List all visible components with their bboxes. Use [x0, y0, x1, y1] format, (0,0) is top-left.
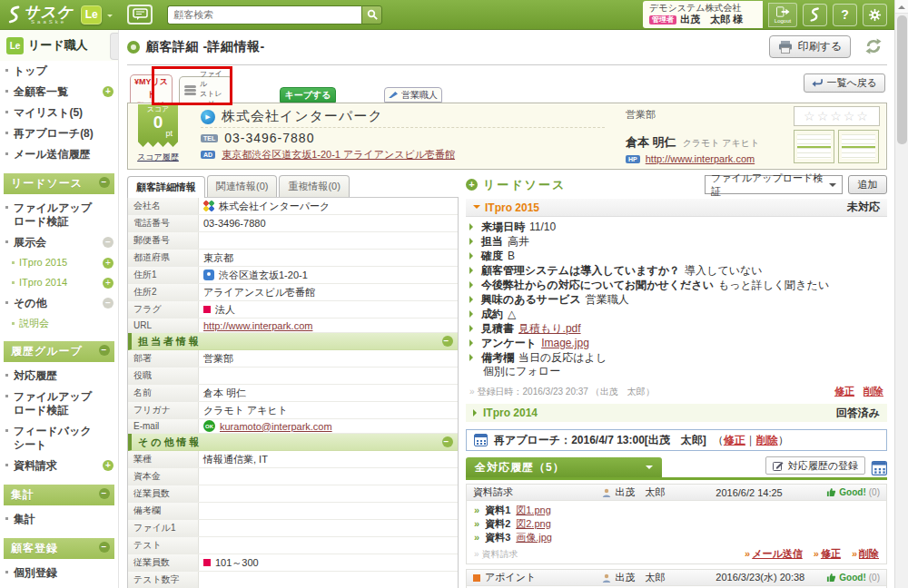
- tab-sales-shokunin[interactable]: 営業職人: [384, 87, 442, 103]
- table-row: ファイル1: [128, 520, 458, 537]
- minus-icon[interactable]: [103, 237, 114, 248]
- refresh-icon[interactable]: [865, 38, 882, 57]
- section-contact-person-info[interactable]: 担当者情報: [128, 333, 458, 350]
- plus-icon[interactable]: [103, 460, 114, 471]
- sidebar-item-reapproach[interactable]: 再アプローチ(8): [0, 123, 118, 144]
- good-button[interactable]: Good! (0): [826, 573, 880, 583]
- material-file-link[interactable]: 図1.png: [516, 504, 551, 517]
- bullet-triangle-icon: [469, 252, 477, 260]
- page-title-icon: [127, 41, 140, 54]
- sidebar-item-all-customers[interactable]: 全顧客一覧: [0, 82, 118, 103]
- search-button[interactable]: [361, 5, 382, 24]
- sidebar-section-customer-registration[interactable]: 顧客登録: [4, 538, 114, 559]
- leadsource-select[interactable]: ファイルアップロード検証: [705, 175, 843, 194]
- sasuke-logo[interactable]: サスケSaaSke: [7, 5, 74, 24]
- tab-mylist-registered[interactable]: ¥MYリスト登 録 済: [130, 74, 173, 103]
- add-leadsource-button[interactable]: 追加: [848, 175, 887, 194]
- material-file-link[interactable]: 画像.jpg: [516, 531, 552, 544]
- sidebar-item-itpro2015[interactable]: ITpro 2015: [0, 253, 118, 273]
- table-row: 従業員数101～300: [128, 554, 458, 572]
- quotation-file-link[interactable]: 見積もり.pdf: [518, 321, 581, 336]
- sidebar-item-response-history[interactable]: 対応履歴: [0, 366, 118, 387]
- reapproach-delete-link[interactable]: 削除: [756, 434, 778, 446]
- sidebar-section-history-group[interactable]: 履歴グループ: [4, 341, 114, 362]
- tab-related-info[interactable]: 関連情報(0): [207, 175, 277, 197]
- history-delete-link[interactable]: 削除: [852, 547, 879, 561]
- minus-icon[interactable]: [99, 542, 110, 553]
- company-website-link[interactable]: http://www.interpark.com: [646, 153, 755, 164]
- leadsource-delete-link[interactable]: 削除: [864, 385, 883, 398]
- sidebar-item-bulk-registration[interactable]: 一括登録: [0, 583, 118, 588]
- history-edit-link[interactable]: 修正: [814, 547, 841, 561]
- sidebar-section-aggregation[interactable]: 集計: [4, 485, 114, 505]
- tab-file-storage[interactable]: ファイルストレージ: [179, 76, 232, 103]
- reapproach-edit-link[interactable]: 修正: [724, 434, 745, 446]
- sidebar-item-others[interactable]: その他: [0, 293, 118, 314]
- email-link[interactable]: kuramoto@interpark.com: [220, 421, 332, 432]
- tab-duplicate-info[interactable]: 重複情報(0): [279, 175, 349, 197]
- search-input[interactable]: [167, 5, 361, 24]
- sidebar-item-feedback-sheet[interactable]: フィードバックシート: [0, 421, 118, 456]
- section-other-info[interactable]: その他情報: [128, 434, 458, 451]
- minus-icon[interactable]: [103, 298, 114, 309]
- sidebar-item-aggregation[interactable]: 集計: [0, 509, 118, 530]
- sidebar-section-leadsource[interactable]: リードソース: [4, 173, 114, 194]
- good-button[interactable]: Good! (0): [826, 487, 880, 497]
- back-to-list-button[interactable]: 一覧へ戻る: [804, 74, 885, 93]
- all-history-tab[interactable]: 全対応履歴（5）: [466, 457, 662, 477]
- minus-icon[interactable]: [99, 177, 110, 188]
- business-card-front-thumbnail[interactable]: [794, 130, 834, 163]
- url-link[interactable]: http://www.interpark.com: [203, 320, 312, 331]
- settings-button[interactable]: [863, 4, 887, 26]
- tab-keep-button[interactable]: キープする: [280, 87, 336, 103]
- sidebar-collapse-handle[interactable]: [110, 33, 118, 60]
- minus-icon[interactable]: [99, 488, 110, 499]
- send-mail-link[interactable]: メール送信: [745, 547, 803, 561]
- expand-triangle-icon: [473, 409, 480, 416]
- sasuke-home-button[interactable]: [803, 4, 827, 26]
- scrollbar-up-arrow[interactable]: [895, 0, 908, 14]
- logout-button[interactable]: Logout: [768, 3, 797, 27]
- minus-icon[interactable]: [442, 436, 453, 447]
- sidebar-item-file-upload[interactable]: ファイルアップロード検証: [0, 198, 118, 232]
- sidebar-item-individual-registration[interactable]: 個別登録: [0, 563, 118, 583]
- sidebar-item-exhibition[interactable]: 展示会: [0, 232, 118, 253]
- sidebar-item-itpro2014[interactable]: ITpro 2014: [0, 273, 118, 293]
- sidebar-item-top[interactable]: トップ: [0, 61, 118, 82]
- plus-icon[interactable]: [103, 86, 114, 97]
- le-product-badge[interactable]: Le: [81, 5, 102, 24]
- register-history-button[interactable]: 対応履歴の登録: [765, 456, 865, 475]
- map-pin-icon[interactable]: [203, 270, 214, 280]
- help-button[interactable]: ?: [833, 4, 857, 26]
- survey-file-link[interactable]: Image.jpg: [541, 336, 589, 350]
- score-ribbon: スコア 0 pt: [138, 104, 178, 147]
- leadsource-entry-itpro2014[interactable]: ITpro 2014 回答済み: [466, 404, 887, 422]
- chat-icon[interactable]: [127, 5, 153, 24]
- plus-icon[interactable]: [103, 278, 114, 289]
- scrollbar-thumb[interactable]: [897, 15, 907, 144]
- play-call-icon[interactable]: [201, 110, 215, 124]
- sidebar-item-seminar[interactable]: 説明会: [0, 314, 118, 334]
- sidebar-item-mylist[interactable]: マイリスト(5): [0, 103, 118, 123]
- calendar-view-icon[interactable]: [872, 461, 887, 475]
- tab-customer-detail-info[interactable]: 顧客詳細情報: [127, 176, 205, 198]
- le-dropdown-caret-icon[interactable]: [107, 15, 113, 20]
- person-icon: [602, 488, 611, 497]
- sidebar-item-document-request[interactable]: 資料請求: [0, 456, 118, 476]
- print-button[interactable]: 印刷する: [769, 35, 851, 58]
- score-history-link[interactable]: スコア履歴: [135, 152, 181, 163]
- leadsource-edit-link[interactable]: 修正: [834, 385, 854, 398]
- page-scrollbar[interactable]: [894, 0, 908, 588]
- sidebar-item-file-upload-2[interactable]: ファイルアップロード検証: [0, 387, 118, 421]
- minus-icon[interactable]: [442, 336, 453, 347]
- leadsource-entry-header[interactable]: ITpro 2015 未対応: [466, 199, 887, 217]
- minus-icon[interactable]: [99, 345, 110, 356]
- plus-circle-icon[interactable]: [466, 179, 478, 191]
- sidebar-item-mail-history[interactable]: メール送信履歴: [0, 144, 118, 165]
- company-address-link[interactable]: 東京都渋谷区道玄坂1-20-1 アライアンスビル壱番館: [222, 148, 455, 162]
- business-card-back-thumbnail[interactable]: [838, 130, 879, 163]
- material-line: 資料3画像.jpg: [474, 531, 879, 544]
- star-rating[interactable]: ☆☆☆☆☆: [794, 106, 880, 126]
- plus-icon[interactable]: [103, 258, 114, 269]
- material-file-link[interactable]: 図2.png: [516, 517, 551, 531]
